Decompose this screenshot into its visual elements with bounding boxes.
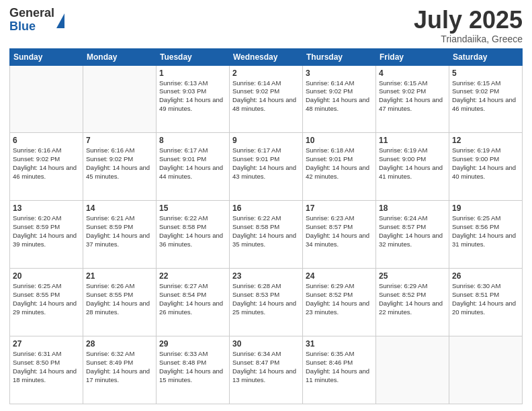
day-number: 27 [13,339,80,349]
logo-blue: Blue [9,20,54,34]
day-number: 29 [159,339,226,349]
calendar-cell: 13Sunrise: 6:20 AMSunset: 8:59 PMDayligh… [10,201,83,269]
calendar-cell: 15Sunrise: 6:22 AMSunset: 8:58 PMDayligh… [157,201,230,269]
calendar-cell: 21Sunrise: 6:26 AMSunset: 8:55 PMDayligh… [83,269,157,336]
day-info: Sunrise: 6:18 AMSunset: 9:01 PMDaylight:… [306,146,373,181]
day-number: 20 [13,271,80,281]
day-number: 18 [379,203,446,213]
day-number: 14 [86,203,153,213]
day-number: 2 [232,68,300,78]
day-number: 10 [306,136,373,145]
calendar-cell: 20Sunrise: 6:25 AMSunset: 8:55 PMDayligh… [10,269,83,336]
day-number: 7 [86,136,153,145]
day-info: Sunrise: 6:13 AMSunset: 9:03 PMDaylight:… [159,79,226,113]
calendar-cell: 7Sunrise: 6:16 AMSunset: 9:02 PMDaylight… [83,133,157,201]
day-info: Sunrise: 6:14 AMSunset: 9:02 PMDaylight:… [306,79,373,113]
weekday-header: Tuesday [157,48,230,65]
day-number: 23 [232,271,300,281]
calendar-cell [10,65,83,133]
day-number: 13 [13,203,80,213]
day-number: 21 [86,271,153,281]
day-info: Sunrise: 6:16 AMSunset: 9:02 PMDaylight:… [86,146,153,181]
calendar-cell: 12Sunrise: 6:19 AMSunset: 9:00 PMDayligh… [449,133,523,201]
weekday-header: Saturday [449,48,523,65]
weekday-header: Monday [83,48,157,65]
calendar-cell: 26Sunrise: 6:30 AMSunset: 8:51 PMDayligh… [449,269,523,336]
calendar-cell: 14Sunrise: 6:21 AMSunset: 8:59 PMDayligh… [83,201,157,269]
day-number: 16 [232,203,300,213]
calendar-cell: 1Sunrise: 6:13 AMSunset: 9:03 PMDaylight… [157,65,230,133]
day-info: Sunrise: 6:30 AMSunset: 8:51 PMDaylight:… [452,282,519,316]
day-info: Sunrise: 6:16 AMSunset: 9:02 PMDaylight:… [13,146,80,181]
weekday-header: Thursday [303,48,376,65]
calendar-cell: 6Sunrise: 6:16 AMSunset: 9:02 PMDaylight… [10,133,83,201]
calendar-cell: 19Sunrise: 6:25 AMSunset: 8:56 PMDayligh… [449,201,523,269]
calendar-cell: 5Sunrise: 6:15 AMSunset: 9:02 PMDaylight… [449,65,523,133]
day-number: 4 [379,68,446,78]
location: Triandaiika, Greece [414,34,523,44]
day-info: Sunrise: 6:28 AMSunset: 8:53 PMDaylight:… [232,282,300,316]
logo-general: General [9,7,54,20]
calendar-cell: 17Sunrise: 6:23 AMSunset: 8:57 PMDayligh… [303,201,376,269]
day-info: Sunrise: 6:17 AMSunset: 9:01 PMDaylight:… [159,146,226,181]
day-info: Sunrise: 6:29 AMSunset: 8:52 PMDaylight:… [306,282,373,316]
day-info: Sunrise: 6:20 AMSunset: 8:59 PMDaylight:… [13,214,80,248]
calendar-cell: 8Sunrise: 6:17 AMSunset: 9:01 PMDaylight… [157,133,230,201]
calendar-cell [449,336,523,404]
calendar-cell: 4Sunrise: 6:15 AMSunset: 9:02 PMDaylight… [376,65,449,133]
weekday-header: Wednesday [230,48,303,65]
day-number: 12 [452,136,519,145]
calendar-cell: 29Sunrise: 6:33 AMSunset: 8:48 PMDayligh… [157,336,230,404]
day-info: Sunrise: 6:15 AMSunset: 9:02 PMDaylight:… [379,79,446,113]
day-info: Sunrise: 6:34 AMSunset: 8:47 PMDaylight:… [232,350,300,384]
day-number: 15 [159,203,226,213]
day-info: Sunrise: 6:35 AMSunset: 8:46 PMDaylight:… [306,350,373,384]
day-info: Sunrise: 6:27 AMSunset: 8:54 PMDaylight:… [159,282,226,316]
logo-text: General Blue [9,7,54,34]
day-info: Sunrise: 6:33 AMSunset: 8:48 PMDaylight:… [159,350,226,384]
day-number: 5 [452,68,519,78]
month-year: July 2025 [414,7,523,34]
day-info: Sunrise: 6:25 AMSunset: 8:55 PMDaylight:… [13,282,80,316]
calendar: SundayMondayTuesdayWednesdayThursdayFrid… [9,48,523,404]
day-info: Sunrise: 6:17 AMSunset: 9:01 PMDaylight:… [232,146,300,181]
day-number: 11 [379,136,446,145]
day-info: Sunrise: 6:15 AMSunset: 9:02 PMDaylight:… [452,79,519,113]
day-number: 17 [306,203,373,213]
day-info: Sunrise: 6:19 AMSunset: 9:00 PMDaylight:… [452,146,519,181]
day-info: Sunrise: 6:26 AMSunset: 8:55 PMDaylight:… [86,282,153,316]
day-number: 19 [452,203,519,213]
header: General Blue July 2025 Triandaiika, Gree… [9,7,523,44]
calendar-cell: 2Sunrise: 6:14 AMSunset: 9:02 PMDaylight… [230,65,303,133]
calendar-cell: 27Sunrise: 6:31 AMSunset: 8:50 PMDayligh… [10,336,83,404]
day-number: 25 [379,271,446,281]
weekday-header: Friday [376,48,449,65]
logo-triangle-icon [56,13,64,28]
day-info: Sunrise: 6:22 AMSunset: 8:58 PMDaylight:… [159,214,226,248]
day-number: 8 [159,136,226,145]
calendar-cell: 28Sunrise: 6:32 AMSunset: 8:49 PMDayligh… [83,336,157,404]
calendar-cell: 31Sunrise: 6:35 AMSunset: 8:46 PMDayligh… [303,336,376,404]
weekday-header: Sunday [10,48,83,65]
calendar-cell: 30Sunrise: 6:34 AMSunset: 8:47 PMDayligh… [230,336,303,404]
day-number: 31 [306,339,373,349]
logo: General Blue [9,7,64,34]
title-block: July 2025 Triandaiika, Greece [414,7,523,44]
day-number: 24 [306,271,373,281]
calendar-cell [376,336,449,404]
day-number: 6 [13,136,80,145]
calendar-cell: 16Sunrise: 6:22 AMSunset: 8:58 PMDayligh… [230,201,303,269]
day-number: 3 [306,68,373,78]
day-number: 26 [452,271,519,281]
calendar-cell: 9Sunrise: 6:17 AMSunset: 9:01 PMDaylight… [230,133,303,201]
day-info: Sunrise: 6:31 AMSunset: 8:50 PMDaylight:… [13,350,80,384]
calendar-cell: 22Sunrise: 6:27 AMSunset: 8:54 PMDayligh… [157,269,230,336]
day-info: Sunrise: 6:29 AMSunset: 8:52 PMDaylight:… [379,282,446,316]
calendar-cell: 3Sunrise: 6:14 AMSunset: 9:02 PMDaylight… [303,65,376,133]
calendar-cell: 25Sunrise: 6:29 AMSunset: 8:52 PMDayligh… [376,269,449,336]
calendar-cell: 23Sunrise: 6:28 AMSunset: 8:53 PMDayligh… [230,269,303,336]
calendar-cell: 18Sunrise: 6:24 AMSunset: 8:57 PMDayligh… [376,201,449,269]
page: General Blue July 2025 Triandaiika, Gree… [0,0,532,411]
day-number: 9 [232,136,300,145]
calendar-cell [83,65,157,133]
